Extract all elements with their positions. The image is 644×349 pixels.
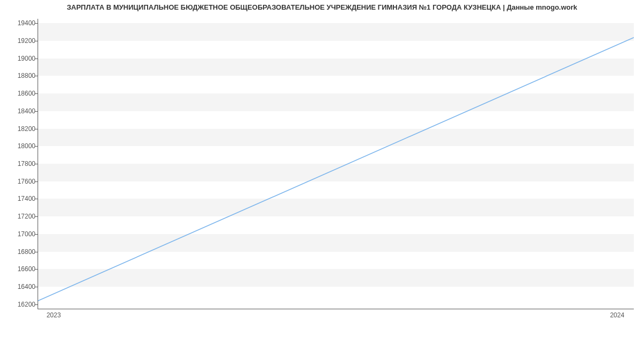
y-tick-label: 17000 bbox=[3, 230, 35, 238]
plot-area bbox=[38, 19, 634, 309]
y-tick-label: 16400 bbox=[3, 283, 35, 290]
chart-title: ЗАРПЛАТА В МУНИЦИПАЛЬНОЕ БЮДЖЕТНОЕ ОБЩЕО… bbox=[0, 3, 644, 11]
y-tick-label: 16200 bbox=[3, 301, 35, 308]
y-tick-label: 17200 bbox=[3, 213, 35, 220]
y-tick-label: 19200 bbox=[3, 37, 35, 45]
y-tick-label: 18600 bbox=[3, 90, 35, 97]
y-tick-label: 18200 bbox=[3, 125, 35, 133]
y-tick-label: 18800 bbox=[3, 72, 35, 79]
y-tick-label: 19000 bbox=[3, 55, 35, 62]
y-tick-label: 16800 bbox=[3, 248, 35, 256]
x-tick-label: 2024 bbox=[610, 311, 625, 319]
data-line bbox=[38, 37, 634, 301]
y-tick-label: 17800 bbox=[3, 160, 35, 168]
y-tick-label: 16600 bbox=[3, 265, 35, 273]
y-tick-label: 17400 bbox=[3, 195, 35, 202]
y-tick-label: 18400 bbox=[3, 107, 35, 115]
chart-container: ЗАРПЛАТА В МУНИЦИПАЛЬНОЕ БЮДЖЕТНОЕ ОБЩЕО… bbox=[0, 0, 644, 322]
line-layer bbox=[38, 19, 634, 309]
y-tick-label: 19400 bbox=[3, 19, 35, 27]
x-tick-label: 2023 bbox=[47, 311, 61, 319]
y-tick-label: 17600 bbox=[3, 178, 35, 185]
y-tick-label: 18000 bbox=[3, 142, 35, 150]
